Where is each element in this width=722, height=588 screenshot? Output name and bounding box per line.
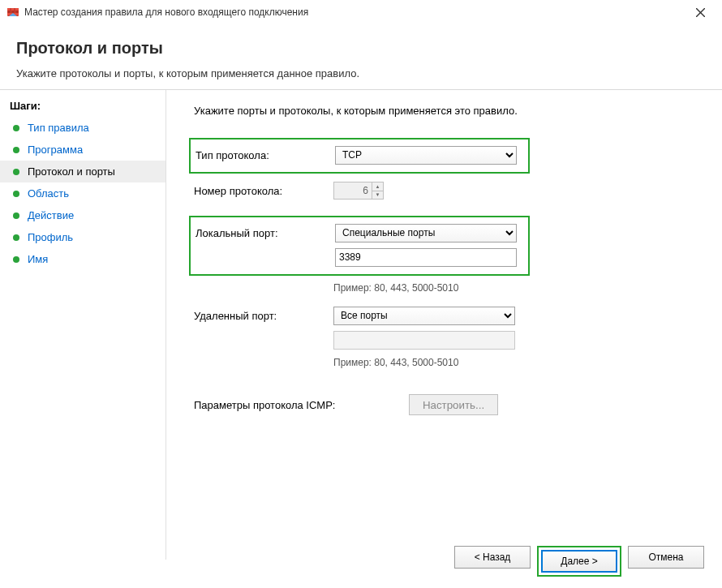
bullet-icon xyxy=(13,256,19,263)
step-label: Тип правила xyxy=(28,122,89,134)
bullet-icon xyxy=(13,169,19,175)
bullet-icon xyxy=(13,212,19,219)
step-profile[interactable]: Профиль xyxy=(0,226,165,248)
protocol-number-spinner[interactable]: 6 ▲▼ xyxy=(333,182,384,200)
bullet-icon xyxy=(13,191,19,197)
step-label: Имя xyxy=(28,253,48,265)
next-button[interactable]: Далее > xyxy=(541,550,617,573)
local-port-input[interactable] xyxy=(335,248,517,267)
icmp-settings-button: Настроить... xyxy=(409,394,498,415)
page-subtitle: Укажите протоколы и порты, к которым при… xyxy=(16,67,706,79)
step-action[interactable]: Действие xyxy=(0,204,165,226)
local-port-hint: Пример: 80, 443, 5000-5010 xyxy=(333,282,699,294)
highlight-local-port: Локальный порт: Специальные порты xyxy=(189,216,530,276)
wizard-body: Шаги: Тип правила Программа Протокол и п… xyxy=(0,89,722,560)
titlebar: Мастер создания правила для нового входя… xyxy=(0,0,722,24)
wizard-footer: < Назад Далее > Отмена xyxy=(454,546,704,577)
remote-port-label: Удаленный порт: xyxy=(194,310,333,322)
spin-down-icon[interactable]: ▼ xyxy=(372,191,383,200)
steps-sidebar: Шаги: Тип правила Программа Протокол и п… xyxy=(0,90,166,560)
step-scope[interactable]: Область xyxy=(0,182,165,204)
remote-port-hint: Пример: 80, 443, 5000-5010 xyxy=(333,357,699,368)
local-port-mode-select[interactable]: Специальные порты xyxy=(335,224,517,242)
bullet-icon xyxy=(13,147,19,153)
wizard-header: Протокол и порты Укажите протоколы и пор… xyxy=(0,24,722,89)
step-label: Профиль xyxy=(28,231,73,243)
remote-port-input-disabled xyxy=(333,331,515,350)
step-name[interactable]: Имя xyxy=(0,248,165,270)
spin-up-icon[interactable]: ▲ xyxy=(372,182,383,191)
highlight-protocol-type: Тип протокола: TCP xyxy=(189,138,530,174)
protocol-number-value: 6 xyxy=(334,185,372,196)
protocol-number-label: Номер протокола: xyxy=(194,185,333,197)
remote-port-mode-select[interactable]: Все порты xyxy=(333,307,515,325)
form-instruction: Укажите порты и протоколы, к которым при… xyxy=(194,105,699,117)
firewall-icon xyxy=(6,6,19,19)
bullet-icon xyxy=(13,234,19,241)
step-protocol-ports[interactable]: Протокол и порты xyxy=(0,161,165,182)
step-rule-type[interactable]: Тип правила xyxy=(0,117,165,139)
local-port-label: Локальный порт: xyxy=(196,227,335,239)
highlight-next: Далее > xyxy=(537,546,621,577)
step-program[interactable]: Программа xyxy=(0,139,165,161)
step-label: Протокол и порты xyxy=(28,165,115,178)
protocol-type-label: Тип протокола: xyxy=(196,149,335,161)
step-label: Программа xyxy=(28,144,83,156)
step-label: Область xyxy=(28,187,69,200)
close-button[interactable] xyxy=(683,0,717,24)
bullet-icon xyxy=(13,125,19,131)
cancel-button[interactable]: Отмена xyxy=(628,546,704,569)
window-title: Мастер создания правила для нового входя… xyxy=(24,6,683,18)
steps-title: Шаги: xyxy=(0,97,165,117)
icmp-label: Параметры протокола ICMP: xyxy=(194,399,409,411)
step-label: Действие xyxy=(28,209,74,221)
svg-rect-1 xyxy=(7,8,19,11)
page-title: Протокол и порты xyxy=(16,39,706,58)
back-button[interactable]: < Назад xyxy=(454,546,531,569)
form-area: Укажите порты и протоколы, к которым при… xyxy=(166,90,722,560)
protocol-type-select[interactable]: TCP xyxy=(335,146,517,165)
